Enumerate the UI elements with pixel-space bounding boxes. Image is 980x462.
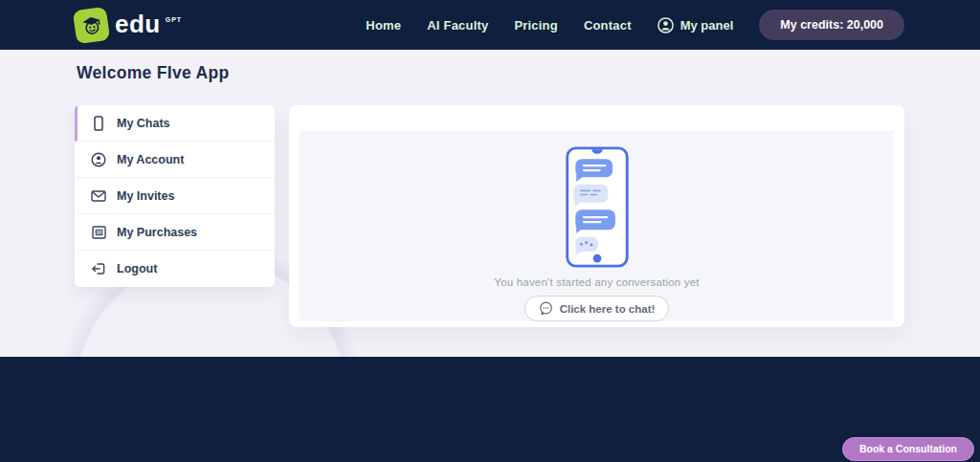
sidebar-item-label: Logout <box>117 262 157 275</box>
click-to-chat-label: Click here to chat! <box>560 303 656 315</box>
panel-page: Welcome FIve App My Chats <box>0 50 980 327</box>
empty-state-message: You haven't started any conversation yet <box>494 276 699 288</box>
envelope-icon <box>91 188 106 204</box>
page-title: Welcome FIve App <box>77 63 980 83</box>
footer: Book a Consultation <box>0 357 980 462</box>
person-circle-icon <box>91 152 106 167</box>
main-nav: Home AI Faculty Pricing Contact My panel… <box>366 10 904 40</box>
logo-text: edu <box>115 8 161 40</box>
sidebar-item-label: My Purchases <box>117 226 197 239</box>
sidebar-item-my-purchases[interactable]: My Purchases <box>75 214 275 251</box>
credits-label: My credits: 20,000 <box>780 18 883 32</box>
sidebar-item-my-invites[interactable]: My Invites <box>75 178 275 214</box>
empty-chats-state: You haven't started any conversation yet <box>300 130 894 321</box>
user-circle-icon <box>657 17 674 33</box>
book-consultation-button[interactable]: Book a Consultation <box>842 437 974 461</box>
nav-item-my-panel[interactable]: My panel <box>657 17 734 33</box>
logo[interactable]: edu GPT <box>75 8 182 42</box>
logout-icon <box>91 261 106 276</box>
sidebar-item-my-account[interactable]: My Account <box>75 142 275 178</box>
sidebar-item-logout[interactable]: Logout <box>75 251 275 287</box>
credits-pill[interactable]: My credits: 20,000 <box>759 10 904 40</box>
sidebar-item-label: My Chats <box>117 117 170 130</box>
receipt-icon <box>91 225 106 240</box>
nav-item-ai-faculty[interactable]: AI Faculty <box>427 18 488 33</box>
chat-bubble-icon <box>539 301 553 316</box>
sidebar-item-label: My Account <box>117 153 184 166</box>
chats-panel: You haven't started any conversation yet <box>289 105 904 327</box>
phone-chat-illustration <box>564 146 631 268</box>
nav-item-contact[interactable]: Contact <box>584 18 632 33</box>
app-screen: edu GPT Home AI Faculty Pricing Contact … <box>0 0 980 462</box>
my-panel-label: My panel <box>680 18 734 33</box>
sidebar-item-my-chats[interactable]: My Chats <box>75 105 275 142</box>
click-to-chat-button[interactable]: Click here to chat! <box>524 296 670 321</box>
nav-item-pricing[interactable]: Pricing <box>514 18 557 33</box>
edu-mascot-icon <box>73 7 111 45</box>
logo-superscript: GPT <box>166 16 182 23</box>
nav-item-home[interactable]: Home <box>366 18 401 33</box>
smartphone-chat-icon <box>91 116 106 131</box>
panel-sidebar: My Chats My Account <box>75 105 275 287</box>
top-navbar: edu GPT Home AI Faculty Pricing Contact … <box>0 0 980 50</box>
sidebar-item-label: My Invites <box>117 189 174 203</box>
